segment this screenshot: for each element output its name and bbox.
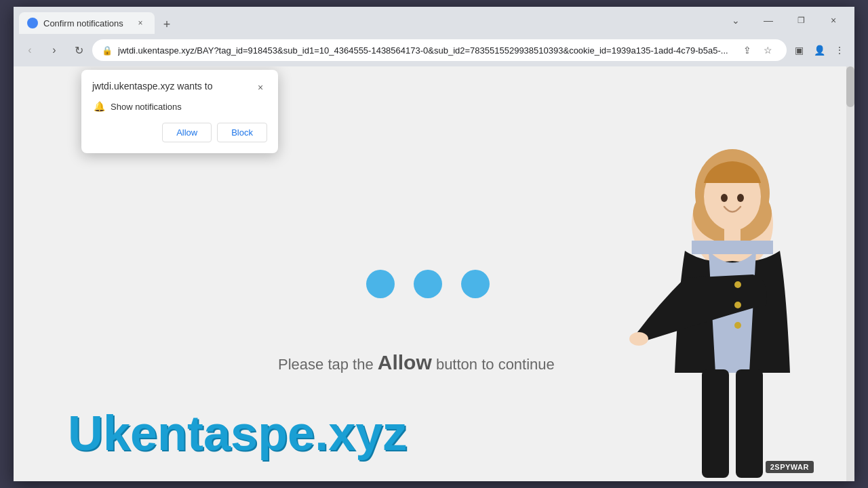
cta-text-bold: Allow (378, 351, 432, 373)
bell-icon: 🔔 (94, 101, 105, 112)
tab-title: Confirm notifications (43, 18, 129, 28)
maximize-button[interactable]: ❐ (785, 9, 816, 31)
popup-header: jwtdi.ukentaspe.xyz wants to × (92, 81, 267, 94)
address-bar: ‹ › ↻ 🔒 jwtdi.ukentaspe.xyz/BAY?tag_id=9… (14, 34, 854, 66)
svg-point-9 (734, 281, 741, 288)
person-svg (624, 88, 841, 481)
cta-text-prefix: Please tap the (278, 356, 378, 373)
forward-button[interactable]: › (43, 39, 65, 61)
dot-2 (414, 270, 442, 298)
svg-point-6 (629, 332, 648, 346)
address-input[interactable]: 🔒 jwtdi.ukentaspe.xyz/BAY?tag_id=918453&… (92, 39, 787, 61)
svg-point-10 (734, 302, 741, 308)
popup-notification-text: Show notifications (111, 102, 182, 112)
block-button[interactable]: Block (217, 123, 267, 142)
svg-point-12 (721, 194, 728, 202)
tab-close-button[interactable]: × (134, 17, 146, 29)
active-tab[interactable]: Confirm notifications × (19, 12, 155, 34)
popup-title: jwtdi.ukentaspe.xyz wants to (92, 81, 212, 92)
menu-icon[interactable]: ⋮ (830, 41, 849, 60)
popup-notification-row: 🔔 Show notifications (92, 101, 267, 112)
svg-rect-8 (736, 369, 763, 478)
dot-1 (366, 270, 395, 298)
chevron-down-icon[interactable]: ⌄ (720, 9, 751, 31)
close-window-button[interactable]: × (818, 9, 849, 31)
share-icon[interactable]: ⇪ (738, 41, 757, 60)
scrollbar[interactable] (846, 66, 854, 481)
cta-text: Please tap the Allow button to continue (278, 351, 555, 374)
lock-icon: 🔒 (102, 45, 113, 56)
scrollbar-thumb[interactable] (846, 66, 854, 107)
dot-3 (461, 270, 490, 298)
reload-button[interactable]: ↻ (68, 39, 90, 61)
watermark: Ukentaspe.xyz (68, 405, 407, 461)
url-text: jwtdi.ukentaspe.xyz/BAY?tag_id=918453&su… (118, 45, 732, 56)
svg-rect-7 (702, 369, 729, 478)
split-tab-icon[interactable]: ▣ (789, 41, 808, 60)
svg-rect-5 (692, 241, 773, 254)
svg-point-11 (734, 322, 741, 329)
address-actions: ⇪ ☆ (738, 41, 777, 60)
popup-close-button[interactable]: × (254, 81, 267, 94)
browser-frame: Confirm notifications × + ⌄ — ❐ × ‹ › ↻ … (14, 7, 854, 481)
page-content: jwtdi.ukentaspe.xyz wants to × 🔔 Show no… (14, 66, 854, 481)
notification-popup: jwtdi.ukentaspe.xyz wants to × 🔔 Show no… (81, 70, 278, 153)
dots-container (366, 270, 490, 298)
title-bar: Confirm notifications × + ⌄ — ❐ × (14, 7, 854, 34)
minimize-button[interactable]: — (753, 9, 784, 31)
back-button[interactable]: ‹ (19, 39, 41, 61)
svg-point-13 (737, 194, 744, 202)
browser-outer: Confirm notifications × + ⌄ — ❐ × ‹ › ↻ … (0, 0, 868, 488)
person-image (624, 75, 854, 481)
bookmark-icon[interactable]: ☆ (758, 41, 777, 60)
spywar-badge: 2SPYWAR (766, 461, 814, 473)
new-tab-button[interactable]: + (157, 15, 176, 34)
popup-buttons: Allow Block (92, 123, 267, 142)
allow-button[interactable]: Allow (162, 123, 212, 142)
window-controls: ⌄ — ❐ × (720, 9, 849, 31)
tab-bar: Confirm notifications × + (19, 7, 176, 34)
tab-favicon (27, 18, 38, 28)
cta-text-suffix: button to continue (432, 356, 555, 373)
account-icon[interactable]: 👤 (810, 41, 829, 60)
toolbar-icons: ▣ 👤 ⋮ (789, 41, 849, 60)
